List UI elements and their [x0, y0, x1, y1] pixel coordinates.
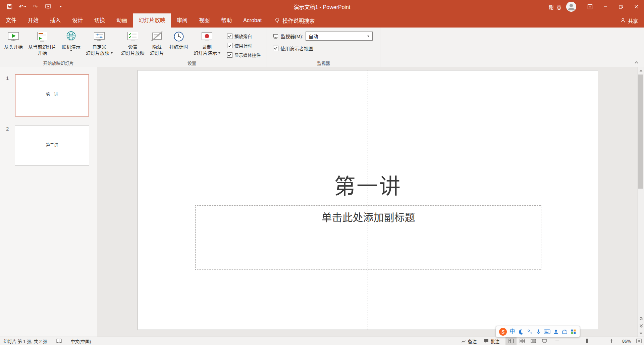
start-from-beginning-quick-button[interactable] [42, 0, 54, 13]
ime-toolbox-icon[interactable] [561, 328, 568, 335]
sogou-logo-icon[interactable]: S [499, 328, 507, 336]
ribbon-display-options-button[interactable] [582, 0, 598, 13]
zoom-slider-thumb[interactable] [586, 339, 588, 343]
monitor-dropdown-value: 自动 [306, 33, 318, 40]
restore-button[interactable] [613, 0, 629, 13]
save-icon [7, 4, 13, 10]
redo-button[interactable]: ↷ [29, 0, 42, 13]
group-setup: 设置 幻灯片放映 隐藏 幻灯片 排练计时 录制 [117, 28, 267, 67]
notes-icon [461, 338, 466, 344]
zoom-percentage[interactable]: 86% [619, 339, 631, 344]
reading-view-button[interactable] [528, 337, 539, 345]
avatar[interactable] [566, 2, 576, 12]
previous-slide-button[interactable] [638, 315, 644, 322]
undo-button[interactable]: ↶ [16, 0, 29, 13]
ime-chinese-mode-icon[interactable]: 中 [509, 328, 516, 335]
slide-indicator[interactable]: 幻灯片 第 1 张, 共 2 张 [3, 338, 47, 344]
ribbon-tab-row: 文件 开始 插入 设计 切换 动画 幻灯片放映 审阅 视图 帮助 Acrobat… [0, 13, 644, 28]
use-presenter-view-checkbox[interactable]: 使用演示者视图 [273, 45, 373, 52]
scroll-down-button[interactable] [638, 330, 644, 337]
proofing-book-icon [56, 338, 62, 344]
notes-button[interactable]: 备注 [460, 337, 478, 345]
ime-skin-grid-icon[interactable] [570, 328, 577, 335]
slide-1-thumbnail-title: 第一讲 [15, 75, 89, 97]
save-button[interactable] [3, 0, 16, 13]
custom-slideshow-button[interactable]: 自定义 幻灯片放映 [83, 28, 115, 56]
monitor-dropdown[interactable]: 自动 [306, 32, 373, 41]
language-indicator[interactable]: 中文(中国) [71, 338, 91, 344]
subtitle-placeholder-text: 单击此处添加副标题 [196, 209, 541, 224]
monitor-icon [273, 34, 278, 39]
close-button[interactable] [629, 0, 644, 13]
window-title: 演示文稿1 - PowerPoint [294, 3, 351, 11]
scroll-up-button[interactable] [638, 67, 644, 74]
zoom-slider[interactable] [565, 337, 604, 345]
fit-to-window-icon [636, 338, 642, 344]
slide-title-text[interactable]: 第一讲 [138, 175, 598, 198]
minimize-icon [602, 4, 608, 10]
record-slideshow-button[interactable]: 录制 幻灯片演示 [191, 28, 223, 56]
tab-help[interactable]: 帮助 [215, 13, 237, 28]
titlebar-right: 谢 意 [549, 0, 644, 13]
zoom-in-button[interactable] [609, 339, 614, 343]
slide-1-number: 1 [6, 75, 9, 81]
tab-insert[interactable]: 插入 [44, 13, 66, 28]
ime-keyboard-icon[interactable] [544, 328, 550, 335]
tab-view[interactable]: 视图 [193, 13, 215, 28]
slideshow-view-button[interactable] [539, 337, 550, 345]
ribbon-display-options-icon [587, 4, 593, 10]
plus-icon [609, 339, 614, 343]
ime-punctuation-icon[interactable] [526, 328, 533, 335]
proofing-button[interactable] [56, 338, 62, 344]
comments-button[interactable]: 批注 [483, 337, 500, 345]
tab-animations[interactable]: 动画 [111, 13, 133, 28]
hide-slide-button[interactable]: 隐藏 幻灯片 [147, 28, 167, 56]
hide-slide-icon [151, 30, 163, 43]
share-button[interactable]: 共享 [620, 13, 638, 28]
double-chevron-up-icon [639, 316, 643, 321]
slide-sorter-view-button[interactable] [517, 337, 528, 345]
zoom-out-button[interactable] [555, 339, 559, 343]
tab-file[interactable]: 文件 [0, 13, 22, 28]
from-beginning-button[interactable]: 从头开始 [1, 28, 25, 50]
fit-slide-to-window-button[interactable] [636, 338, 642, 344]
slide-2-thumbnail[interactable]: 第二讲 [15, 125, 89, 166]
normal-view-button[interactable] [505, 337, 517, 345]
scrollbar-thumb[interactable] [638, 75, 643, 189]
tab-slideshow[interactable]: 幻灯片放映 [133, 13, 171, 28]
dropdown-arrow-icon [218, 52, 220, 54]
ime-halfwidth-moon-icon[interactable] [518, 328, 524, 335]
use-timings-checkbox[interactable]: 使用计时 [227, 42, 261, 49]
tab-transitions[interactable]: 切换 [89, 13, 111, 28]
tab-home[interactable]: 开始 [22, 13, 44, 28]
present-online-globe-icon [65, 30, 77, 43]
from-current-slide-button[interactable]: 从当前幻灯片 开始 [25, 28, 59, 56]
group-label-start-slideshow: 开始放映幻灯片 [0, 60, 117, 66]
show-media-controls-checkbox[interactable]: 显示媒体控件 [227, 52, 261, 58]
collapse-ribbon-button[interactable] [632, 59, 641, 65]
ime-mic-icon[interactable] [535, 328, 542, 335]
rehearse-timings-button[interactable]: 排练计时 [167, 28, 191, 50]
play-narrations-checkbox[interactable]: 播放旁白 [227, 33, 261, 39]
account-name[interactable]: 谢 意 [549, 3, 562, 10]
checkbox-checked-icon [227, 34, 232, 39]
dropdown-arrow-icon [70, 50, 72, 51]
tab-acrobat[interactable]: Acrobat [237, 13, 267, 28]
present-online-button[interactable]: 联机演示 [59, 28, 83, 51]
next-slide-button[interactable] [638, 323, 644, 329]
customize-quick-access-button[interactable] [54, 0, 67, 13]
slide-1-thumbnail[interactable]: 第一讲 [15, 75, 89, 116]
tab-design[interactable]: 设计 [66, 13, 89, 28]
custom-slideshow-icon [93, 30, 106, 43]
title-bar: ↶ ↷ 演示文稿1 - PowerPoint 谢 意 [0, 0, 644, 13]
subtitle-placeholder[interactable]: 单击此处添加副标题 [195, 205, 541, 270]
vertical-scrollbar[interactable] [637, 67, 644, 337]
minus-icon [555, 339, 559, 343]
tab-review[interactable]: 审阅 [171, 13, 193, 28]
play-from-current-icon [36, 30, 49, 43]
tell-me-search[interactable]: 操作说明搜索 [275, 13, 315, 28]
setup-slideshow-button[interactable]: 设置 幻灯片放映 [118, 28, 147, 56]
minimize-button[interactable] [598, 0, 613, 13]
ime-account-icon[interactable] [552, 328, 559, 335]
status-bar: 幻灯片 第 1 张, 共 2 张 中文(中国) 备注 批注 [0, 337, 644, 345]
